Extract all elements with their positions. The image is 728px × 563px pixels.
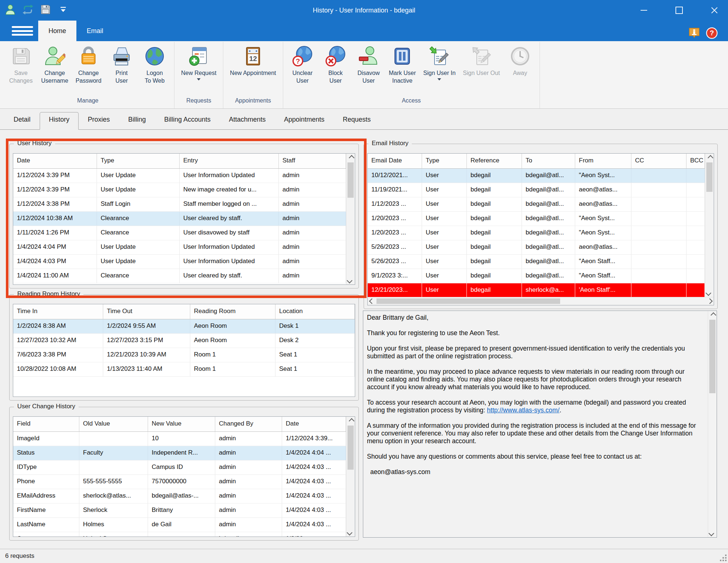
- column-header-location[interactable]: Location: [275, 304, 355, 319]
- help-icon[interactable]: ?: [705, 26, 718, 40]
- scrollbar-thumb[interactable]: [347, 426, 354, 470]
- email-history-vscrollbar[interactable]: [705, 154, 714, 297]
- column-header-type[interactable]: Type: [97, 154, 180, 168]
- column-header-date[interactable]: Date: [282, 417, 346, 431]
- mark-user-inactive-button[interactable]: Mark UserInactive: [385, 44, 420, 86]
- menu-icon[interactable]: [12, 26, 33, 36]
- ribbon-tab-home[interactable]: Home: [38, 21, 76, 41]
- print-user-button[interactable]: PrintUser: [105, 44, 138, 86]
- column-header-email-date[interactable]: Email Date: [368, 154, 422, 168]
- table-row[interactable]: 1/4/2024 11:00 AMClearanceUser cleared b…: [13, 269, 346, 283]
- column-header-reference[interactable]: Reference: [467, 154, 522, 168]
- scrollbar-thumb[interactable]: [706, 162, 713, 192]
- table-row[interactable]: 1/12/2024 3:39 PMUser UpdateNew image cr…: [13, 183, 346, 197]
- scroll-right-icon[interactable]: [706, 297, 714, 305]
- user-change-history-scrollbar[interactable]: [346, 417, 355, 537]
- table-row[interactable]: 1/12/2024 10:38 AMClearanceUser cleared …: [13, 212, 346, 226]
- scroll-down-icon[interactable]: [346, 528, 355, 537]
- scroll-down-icon[interactable]: [708, 529, 717, 537]
- table-row[interactable]: 1/12/2024 3:38 PMStaff LoginStaff member…: [13, 197, 346, 212]
- table-row[interactable]: 1/20/2023 ...Userbdegailbdegail@atl..."A…: [368, 212, 705, 226]
- table-row[interactable]: Phone555-555-55557570000000admin1/4/2024…: [13, 475, 346, 489]
- scroll-down-icon[interactable]: [705, 289, 714, 297]
- tab-billing[interactable]: Billing: [119, 112, 155, 130]
- table-row[interactable]: 1/4/2024 4:03 PMUser UpdateUser Informat…: [13, 255, 346, 269]
- column-header-new-value[interactable]: New Value: [148, 417, 215, 431]
- new-request-button[interactable]: New Request: [177, 44, 220, 82]
- table-row[interactable]: CountryUnited Stat...bdegail1/3/20...: [13, 532, 346, 537]
- column-header-type[interactable]: Type: [422, 154, 467, 168]
- column-header-from[interactable]: From: [575, 154, 631, 168]
- dropdown-arrow-icon[interactable]: [437, 78, 441, 80]
- dropdown-arrow-icon[interactable]: [197, 78, 201, 80]
- column-header-old-value[interactable]: Old Value: [79, 417, 148, 431]
- table-row[interactable]: StatusFacultyIndependent R...admin1/4/20…: [13, 446, 346, 460]
- table-row[interactable]: 5/26/2023 ...Userbdegailbdegail@atl..."A…: [368, 255, 705, 269]
- table-row[interactable]: 7/6/2023 3:38 PM12/21/2023 10:39 AMRoom …: [13, 348, 355, 362]
- tab-attachments[interactable]: Attachments: [220, 112, 275, 130]
- email-body-link[interactable]: http://www.atlas-sys.com/: [487, 406, 559, 414]
- table-row[interactable]: 9/1/2023 3:...Userbdegailbdegail@atl..."…: [368, 269, 705, 283]
- column-header-to[interactable]: To: [522, 154, 575, 168]
- info-pin-icon[interactable]: [688, 26, 701, 40]
- table-row[interactable]: 1/12/2024 3:39 PMUser UpdateUser Informa…: [13, 169, 346, 183]
- close-button[interactable]: [708, 4, 721, 17]
- email-preview-scrollbar[interactable]: [708, 311, 717, 537]
- table-row[interactable]: 1/11/2024 1:26 PMClearanceUser disavowed…: [13, 226, 346, 240]
- logon-to-web-button[interactable]: LogonTo Web: [138, 44, 171, 86]
- email-history-hscrollbar[interactable]: [368, 297, 714, 305]
- table-row[interactable]: 5/26/2023 ...Userbdegailbdegail@atl...ae…: [368, 240, 705, 255]
- table-row[interactable]: LastNameHolmesde Gailadmin1/4/2024 4:03 …: [13, 518, 346, 532]
- table-row[interactable]: 12/27/2023 10:32 AM12/27/2023 3:15 PMAeo…: [13, 334, 355, 348]
- scroll-up-icon[interactable]: [705, 154, 714, 162]
- column-header-staff[interactable]: Staff: [279, 154, 346, 168]
- block-user-button[interactable]: BlockUser: [319, 44, 352, 86]
- sign-user-in-button[interactable]: Sign User In: [419, 44, 459, 82]
- tab-history[interactable]: History: [40, 112, 79, 130]
- table-row[interactable]: ImageId10admin1/12/2024 3:39...: [13, 432, 346, 446]
- column-header-time-out[interactable]: Time Out: [103, 304, 190, 319]
- column-header-field[interactable]: Field: [13, 417, 79, 431]
- column-header-reading-room[interactable]: Reading Room: [190, 304, 275, 319]
- scrollbar-thumb[interactable]: [709, 320, 716, 393]
- disavow-user-button[interactable]: DisavowUser: [352, 44, 385, 86]
- new-appointment-button[interactable]: 12New Appointment: [226, 44, 280, 78]
- scroll-up-icon[interactable]: [346, 417, 355, 425]
- scroll-left-icon[interactable]: [368, 297, 376, 305]
- scroll-up-icon[interactable]: [708, 311, 717, 319]
- table-row[interactable]: 11/19/2021...Userbdegailbdegail@atl...ae…: [368, 183, 705, 197]
- table-row[interactable]: 1/12/2023 ...Userbdegailbdegail@atl...ae…: [368, 197, 705, 212]
- table-row[interactable]: 1/2/2024 8:38 AM1/2/2024 9:55 AMAeon Roo…: [13, 319, 355, 334]
- unclear-user-button[interactable]: ?UnclearUser: [286, 44, 319, 86]
- tab-billing-accounts[interactable]: Billing Accounts: [155, 112, 220, 130]
- table-row[interactable]: 10/28/2022 10:08 AM1/13/2023 11:40 AMRoo…: [13, 362, 355, 377]
- table-row[interactable]: 10/12/2021...Userbdegailbdegail@atl..."A…: [368, 169, 705, 183]
- table-row[interactable]: 1/4/2024 4:04 PMUser UpdateUser Informat…: [13, 240, 346, 255]
- tab-detail[interactable]: Detail: [4, 112, 40, 130]
- column-header-bcc[interactable]: BCC: [686, 154, 705, 168]
- minimize-button[interactable]: [638, 4, 650, 17]
- change-username-button[interactable]: ChangeUsername: [37, 44, 72, 86]
- tab-requests[interactable]: Requests: [334, 112, 380, 130]
- user-history-scrollbar[interactable]: [346, 154, 355, 284]
- table-row[interactable]: 1/20/2023 ...Userbdegailbdegail@atl..."A…: [368, 226, 705, 240]
- scroll-down-icon[interactable]: [346, 276, 355, 284]
- ribbon-tab-email[interactable]: Email: [76, 21, 113, 41]
- maximize-button[interactable]: [673, 4, 685, 17]
- column-header-cc[interactable]: CC: [631, 154, 686, 168]
- tab-proxies[interactable]: Proxies: [79, 112, 119, 130]
- column-header-entry[interactable]: Entry: [180, 154, 279, 168]
- resize-grip-icon[interactable]: [725, 560, 727, 561]
- table-row[interactable]: EMailAddresssherlock@atlas...bdegail@atl…: [13, 489, 346, 503]
- scroll-up-icon[interactable]: [346, 154, 355, 162]
- tab-appointments[interactable]: Appointments: [275, 112, 334, 130]
- change-password-button[interactable]: ChangePassword: [72, 44, 105, 86]
- table-row[interactable]: 12/21/2023...Userbdegailsherlock@a...'Ae…: [368, 283, 705, 297]
- column-header-changed-by[interactable]: Changed By: [215, 417, 282, 431]
- table-row[interactable]: FirstNameSherlockBrittanyadmin1/4/2024 4…: [13, 503, 346, 518]
- scrollbar-thumb[interactable]: [376, 298, 560, 304]
- table-row[interactable]: IDTypeCampus IDadmin1/4/2024 4:03 ...: [13, 460, 346, 475]
- column-header-date[interactable]: Date: [13, 154, 97, 168]
- scrollbar-thumb[interactable]: [347, 162, 354, 198]
- column-header-time-in[interactable]: Time In: [13, 304, 103, 319]
